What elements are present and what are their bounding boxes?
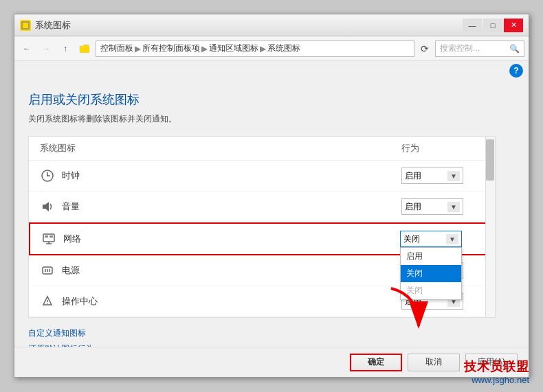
page-description: 关闭系统图标将删除该图标并关闭通知。 bbox=[28, 113, 515, 125]
minimize-button[interactable]: — bbox=[463, 19, 482, 32]
svg-rect-1 bbox=[23, 23, 27, 27]
folder-icon bbox=[76, 41, 93, 57]
address-path[interactable]: 控制面板 ▶ 所有控制面板项 ▶ 通知区域图标 ▶ 系统图标 bbox=[96, 41, 414, 57]
clock-dropdown-value: 启用 bbox=[405, 170, 421, 182]
col-behavior-header: 行为 bbox=[401, 142, 484, 154]
network-option-off[interactable]: 关闭 bbox=[401, 282, 461, 299]
volume-dropdown[interactable]: 启用 ▼ bbox=[401, 198, 463, 215]
title-bar: 系统图标 — □ ✕ bbox=[14, 14, 529, 36]
settings-panel: 系统图标 行为 bbox=[28, 136, 496, 318]
svg-rect-8 bbox=[43, 234, 54, 242]
clock-row: 时钟 启用 ▼ bbox=[29, 161, 495, 192]
clock-icon bbox=[40, 168, 55, 183]
svg-rect-12 bbox=[49, 235, 53, 238]
forward-button[interactable]: → bbox=[38, 41, 54, 57]
network-icon bbox=[41, 231, 56, 246]
network-label: 网络 bbox=[63, 233, 81, 245]
refresh-button[interactable]: ⟳ bbox=[417, 41, 432, 56]
volume-label: 音量 bbox=[62, 200, 80, 213]
action-center-icon bbox=[40, 294, 55, 309]
svg-point-6 bbox=[47, 175, 48, 176]
volume-dropdown-arrow: ▼ bbox=[447, 202, 460, 212]
clock-icon-cell: 时钟 bbox=[40, 168, 401, 183]
action-center-icon-cell: 操作中心 bbox=[40, 294, 401, 309]
network-dropdown-arrow: ▼ bbox=[446, 234, 458, 244]
back-button[interactable]: ← bbox=[19, 41, 35, 57]
network-option-disable[interactable]: 关闭 bbox=[401, 265, 461, 282]
network-dropdown[interactable]: 关闭 ▼ bbox=[400, 231, 462, 247]
breadcrumb-1[interactable]: 控制面板 bbox=[100, 43, 133, 54]
volume-dropdown-value: 启用 bbox=[405, 201, 421, 213]
svg-rect-14 bbox=[45, 269, 46, 272]
breadcrumb-2[interactable]: 所有控制面板项 bbox=[142, 43, 200, 54]
col-name-header: 系统图标 bbox=[40, 142, 401, 154]
window-title: 系统图标 bbox=[35, 19, 71, 32]
scrollbar-thumb[interactable] bbox=[486, 139, 494, 181]
svg-point-19 bbox=[47, 303, 48, 304]
customize-notifications-link[interactable]: 自定义通知图标 bbox=[28, 327, 515, 339]
maximize-button[interactable]: □ bbox=[483, 19, 502, 32]
page-title: 启用或关闭系统图标 bbox=[28, 91, 515, 108]
cancel-button[interactable]: 取消 bbox=[408, 354, 460, 371]
apply-button[interactable]: 应用(A) bbox=[465, 354, 518, 371]
content-area: 启用或关闭系统图标 关闭系统图标将删除该图标并关闭通知。 系统图标 行为 bbox=[14, 80, 529, 370]
network-behavior: 关闭 ▼ 启用 关闭 关闭 bbox=[400, 231, 483, 247]
help-area: ? bbox=[14, 61, 529, 80]
close-button[interactable]: ✕ bbox=[504, 19, 523, 32]
clock-label: 时钟 bbox=[62, 170, 80, 182]
help-button[interactable]: ? bbox=[509, 64, 523, 78]
volume-icon-cell: 音量 bbox=[40, 199, 401, 214]
volume-icon bbox=[40, 199, 55, 214]
up-button[interactable]: ↑ bbox=[57, 41, 74, 57]
scrollbar-track[interactable] bbox=[485, 137, 495, 317]
network-dropdown-value: 关闭 bbox=[403, 233, 420, 245]
search-box[interactable]: 搜索控制... 🔍 bbox=[435, 41, 524, 57]
svg-rect-11 bbox=[45, 235, 48, 238]
svg-marker-7 bbox=[43, 202, 49, 211]
main-window: 系统图标 — □ ✕ ← → ↑ 控制面板 ▶ 所有控制面板项 ▶ 通知区域图标… bbox=[14, 14, 529, 378]
power-label: 电源 bbox=[62, 264, 80, 277]
action-center-label: 操作中心 bbox=[62, 295, 98, 308]
clock-behavior: 启用 ▼ bbox=[401, 168, 484, 184]
svg-rect-16 bbox=[49, 269, 50, 272]
clock-dropdown[interactable]: 启用 ▼ bbox=[401, 168, 463, 184]
network-option-enable[interactable]: 启用 bbox=[401, 248, 461, 265]
svg-rect-15 bbox=[47, 269, 48, 272]
bottom-bar: 确定 取消 应用(A) bbox=[14, 347, 529, 377]
power-icon bbox=[40, 263, 55, 278]
search-placeholder: 搜索控制... bbox=[440, 43, 480, 54]
confirm-button[interactable]: 确定 bbox=[350, 354, 402, 371]
breadcrumb-4[interactable]: 系统图标 bbox=[267, 43, 300, 54]
breadcrumb-3[interactable]: 通知区域图标 bbox=[209, 43, 258, 54]
svg-rect-2 bbox=[80, 46, 89, 53]
volume-behavior: 启用 ▼ bbox=[401, 198, 484, 215]
table-header: 系统图标 行为 bbox=[29, 137, 495, 161]
settings-rows: 时钟 启用 ▼ bbox=[29, 161, 495, 317]
window-icon bbox=[20, 20, 31, 31]
search-icon: 🔍 bbox=[509, 44, 520, 54]
address-bar: ← → ↑ 控制面板 ▶ 所有控制面板项 ▶ 通知区域图标 ▶ 系统图标 ⟳ 搜… bbox=[14, 36, 529, 61]
network-icon-cell: 网络 bbox=[41, 231, 400, 246]
power-icon-cell: 电源 bbox=[40, 263, 401, 278]
network-row: 网络 关闭 ▼ 启用 关闭 关闭 bbox=[29, 222, 495, 255]
title-bar-buttons: — □ ✕ bbox=[463, 19, 523, 32]
network-dropdown-menu: 启用 关闭 关闭 bbox=[400, 247, 462, 300]
volume-row: 音量 启用 ▼ bbox=[29, 192, 495, 222]
clock-dropdown-arrow: ▼ bbox=[447, 171, 460, 181]
